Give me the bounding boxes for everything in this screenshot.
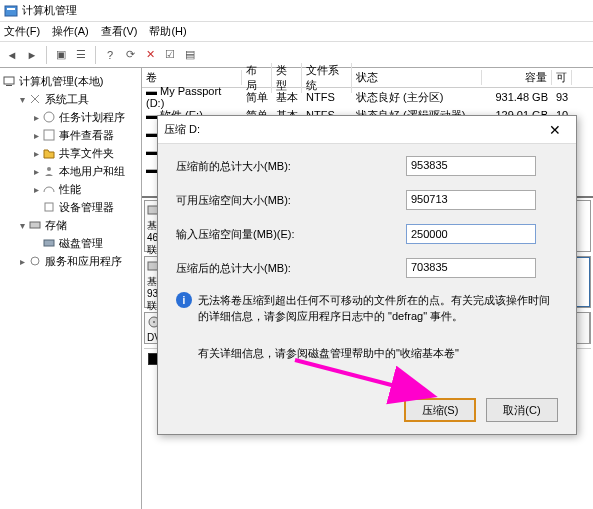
window-titlebar: 计算机管理: [0, 0, 593, 22]
detail-text: 有关详细信息，请参阅磁盘管理帮助中的"收缩基本卷": [198, 346, 558, 361]
svg-point-4: [44, 112, 54, 122]
col-free[interactable]: 可: [552, 70, 572, 85]
before-size-value: 953835: [406, 156, 536, 176]
forward-icon[interactable]: ►: [24, 47, 40, 63]
disk-icon: [42, 236, 56, 250]
up-icon[interactable]: ▣: [53, 47, 69, 63]
svg-point-6: [47, 167, 51, 171]
svg-point-10: [31, 257, 39, 265]
tree-root[interactable]: 计算机管理(本地): [2, 72, 139, 90]
storage-icon: [28, 218, 42, 232]
navigation-tree: 计算机管理(本地) ▾ 系统工具 ▸ 任务计划程序 ▸ 事件查看器 ▸ 共享文件…: [0, 68, 142, 509]
shrink-dialog: 压缩 D: ✕ 压缩前的总计大小(MB): 953835 可用压缩空间大小(MB…: [157, 115, 577, 435]
info-text: 无法将卷压缩到超出任何不可移动的文件所在的点。有关完成该操作时间的详细信息，请参…: [198, 292, 558, 324]
refresh-icon[interactable]: ⟳: [122, 47, 138, 63]
shrink-input-label: 输入压缩空间量(MB)(E):: [176, 227, 406, 242]
tree-local-users[interactable]: ▸ 本地用户和组: [2, 162, 139, 180]
tree-storage[interactable]: ▾ 存储: [2, 216, 139, 234]
menu-view[interactable]: 查看(V): [101, 24, 138, 39]
users-icon: [42, 164, 56, 178]
tree-services[interactable]: ▸ 服务和应用程序: [2, 252, 139, 270]
tree-task-scheduler[interactable]: ▸ 任务计划程序: [2, 108, 139, 126]
app-icon: [4, 4, 18, 18]
delete-icon[interactable]: ✕: [142, 47, 158, 63]
tree-device-manager[interactable]: 设备管理器: [2, 198, 139, 216]
tree-performance[interactable]: ▸ 性能: [2, 180, 139, 198]
svg-rect-7: [45, 203, 53, 211]
after-size-label: 压缩后的总计大小(MB):: [176, 261, 406, 276]
chevron-down-icon[interactable]: ▾: [16, 220, 28, 231]
cancel-button[interactable]: 取消(C): [486, 398, 558, 422]
svg-point-14: [153, 321, 155, 323]
chevron-right-icon[interactable]: ▸: [30, 184, 42, 195]
menu-file[interactable]: 文件(F): [4, 24, 40, 39]
svg-rect-2: [4, 77, 14, 84]
tree-event-viewer[interactable]: ▸ 事件查看器: [2, 126, 139, 144]
tree-system-tools[interactable]: ▾ 系统工具: [2, 90, 139, 108]
after-size-value: 703835: [406, 258, 536, 278]
menu-help[interactable]: 帮助(H): [149, 24, 186, 39]
before-size-label: 压缩前的总计大小(MB):: [176, 159, 406, 174]
help-icon[interactable]: ?: [102, 47, 118, 63]
svg-rect-5: [44, 130, 54, 140]
window-title: 计算机管理: [22, 3, 77, 18]
services-icon: [28, 254, 42, 268]
shrink-button[interactable]: 压缩(S): [404, 398, 476, 422]
back-icon[interactable]: ◄: [4, 47, 20, 63]
svg-rect-1: [7, 8, 15, 10]
list-icon[interactable]: ▤: [182, 47, 198, 63]
col-status[interactable]: 状态: [352, 70, 482, 85]
menu-bar: 文件(F) 操作(A) 查看(V) 帮助(H): [0, 22, 593, 42]
svg-rect-0: [5, 6, 17, 16]
svg-rect-3: [6, 85, 12, 86]
svg-rect-8: [30, 222, 40, 228]
chevron-right-icon[interactable]: ▸: [16, 256, 28, 267]
shrink-input[interactable]: [406, 224, 536, 244]
gauge-icon: [42, 182, 56, 196]
dialog-title-text: 压缩 D:: [164, 122, 200, 137]
svg-rect-9: [44, 240, 54, 246]
chevron-right-icon[interactable]: ▸: [30, 130, 42, 141]
menu-action[interactable]: 操作(A): [52, 24, 89, 39]
chevron-down-icon[interactable]: ▾: [16, 94, 28, 105]
close-icon[interactable]: ✕: [540, 122, 570, 138]
event-icon: [42, 128, 56, 142]
chevron-right-icon[interactable]: ▸: [30, 148, 42, 159]
show-hide-icon[interactable]: ☰: [73, 47, 89, 63]
dialog-titlebar: 压缩 D: ✕: [158, 116, 576, 144]
info-icon: i: [176, 292, 192, 308]
folder-icon: [42, 146, 56, 160]
col-name[interactable]: 卷: [142, 70, 242, 85]
properties-icon[interactable]: ☑: [162, 47, 178, 63]
chevron-right-icon[interactable]: ▸: [30, 166, 42, 177]
col-capacity[interactable]: 容量: [482, 70, 552, 85]
tree-shared-folders[interactable]: ▸ 共享文件夹: [2, 144, 139, 162]
avail-size-value: 950713: [406, 190, 536, 210]
chevron-right-icon[interactable]: ▸: [30, 112, 42, 123]
wrench-icon: [28, 92, 42, 106]
volume-row[interactable]: ▬ My Passport (D:)简单基本NTFS状态良好 (主分区)931.…: [142, 88, 593, 106]
device-icon: [42, 200, 56, 214]
clock-icon: [42, 110, 56, 124]
tree-disk-management[interactable]: 磁盘管理: [2, 234, 139, 252]
avail-size-label: 可用压缩空间大小(MB):: [176, 193, 406, 208]
computer-icon: [2, 74, 16, 88]
